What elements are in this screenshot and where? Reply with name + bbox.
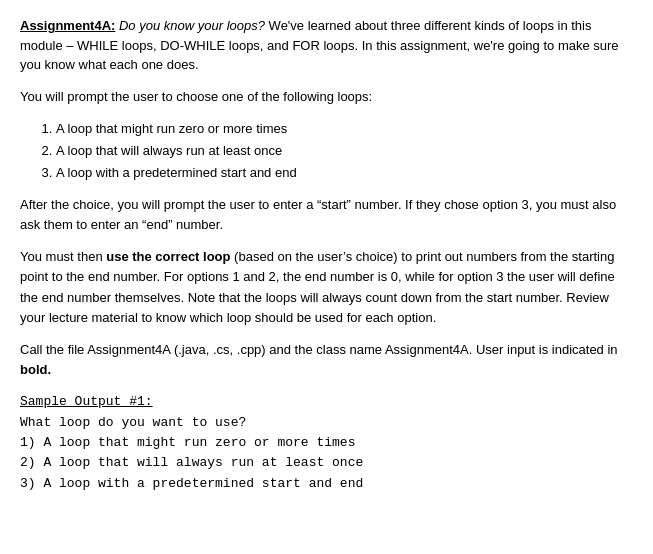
paragraph-file-name: Call the file Assignment4A (.java, .cs, … — [20, 340, 633, 380]
loop-options-list: A loop that might run zero or more times… — [56, 119, 633, 183]
sample-output-header: Sample Output #1: — [20, 394, 633, 409]
paragraph-start-number: After the choice, you will prompt the us… — [20, 195, 633, 235]
code-line: 1) A loop that might run zero or more ti… — [20, 433, 633, 453]
assignment-header: Assignment4A: Do you know your loops? We… — [20, 16, 633, 75]
paragraph3-start: You must then — [20, 249, 106, 264]
code-block: What loop do you want to use? 1) A loop … — [20, 413, 633, 494]
bold-indicator: bold. — [20, 362, 51, 377]
code-line: 2) A loop that will always run at least … — [20, 453, 633, 473]
paragraph-prompt-intro: You will prompt the user to choose one o… — [20, 87, 633, 107]
list-item: A loop with a predetermined start and en… — [56, 163, 633, 183]
list-item: A loop that might run zero or more times — [56, 119, 633, 139]
code-line: 3) A loop with a predetermined start and… — [20, 474, 633, 494]
assignment-italic-title: Do you know your loops? — [119, 18, 265, 33]
paragraph3-bold: use the correct loop — [106, 249, 230, 264]
code-line: What loop do you want to use? — [20, 413, 633, 433]
assignment-label: Assignment4A: — [20, 18, 115, 33]
list-item: A loop that will always run at least onc… — [56, 141, 633, 161]
sample-output-section: Sample Output #1: What loop do you want … — [20, 394, 633, 494]
paragraph-correct-loop: You must then use the correct loop (base… — [20, 247, 633, 328]
